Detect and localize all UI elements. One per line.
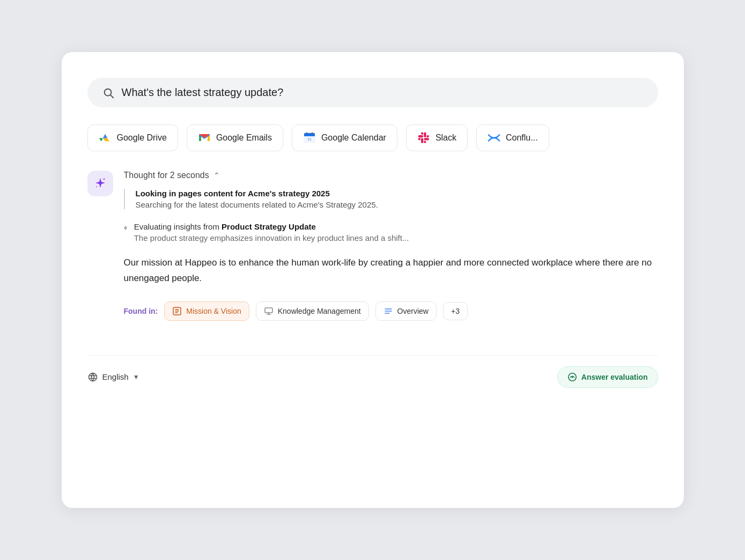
- thought-steps: Looking in pages content for Acme's stra…: [124, 189, 658, 209]
- ai-content: Thought for 2 seconds ⌃ Looking in pages…: [124, 171, 658, 338]
- language-selector[interactable]: English ▼: [87, 372, 139, 382]
- main-card: What's the latest strategy update? Googl…: [62, 52, 684, 508]
- answer-evaluation-button[interactable]: Answer evaluation: [557, 366, 658, 388]
- step2-prefix: Evaluating insights from: [134, 222, 222, 231]
- gmail-label: Google Emails: [216, 133, 272, 143]
- svg-rect-11: [304, 135, 315, 136]
- gmail-icon: [198, 131, 211, 144]
- step1-title: Looking in pages content for Acme's stra…: [136, 189, 658, 198]
- plus-count-label: +3: [451, 307, 460, 315]
- search-bar[interactable]: What's the latest strategy update?: [87, 78, 658, 107]
- thought-label: Thought for 2 seconds: [124, 171, 209, 180]
- found-chip-mission[interactable]: Mission & Vision: [164, 301, 249, 321]
- svg-rect-17: [265, 308, 272, 313]
- answer-eval-label: Answer evaluation: [581, 373, 648, 381]
- language-label: English: [102, 372, 129, 381]
- diamond-icon: ♦: [124, 223, 128, 232]
- overview-chip-label: Overview: [397, 307, 429, 315]
- sources-row: Google Drive Google Emails 31: [87, 124, 658, 151]
- confluence-icon: [488, 131, 500, 144]
- found-in-label: Found in:: [124, 307, 158, 315]
- globe-icon: [87, 372, 98, 382]
- gcal-label: Google Calendar: [321, 133, 386, 143]
- search-icon: [102, 87, 114, 99]
- step1-desc: Searching for the latest documents relat…: [136, 200, 658, 209]
- bottom-bar: English ▼ Answer evaluation: [87, 355, 658, 388]
- svg-point-18: [88, 373, 97, 381]
- lines-icon: [383, 306, 393, 316]
- found-chip-overview[interactable]: Overview: [375, 301, 437, 321]
- km-chip-label: Knowledge Management: [278, 307, 361, 315]
- slack-icon: [417, 131, 430, 144]
- gcal-icon: 31: [303, 131, 316, 144]
- source-chip-gcal[interactable]: 31 Google Calendar: [292, 124, 397, 151]
- sparkle-icon: [93, 176, 107, 190]
- chevron-up-icon: ⌃: [213, 171, 220, 180]
- monitor-icon: [264, 306, 274, 316]
- svg-rect-13: [312, 132, 313, 135]
- search-query-text: What's the latest strategy update?: [122, 86, 284, 99]
- step2-bold: Product Strategy Update: [222, 222, 316, 231]
- svg-line-1: [110, 95, 113, 98]
- svg-rect-12: [306, 132, 307, 135]
- source-chip-confluence[interactable]: Conflu...: [476, 124, 549, 151]
- answer-eval-icon: [567, 372, 577, 382]
- step2-content: Evaluating insights from Product Strateg…: [134, 222, 409, 242]
- answer-text: Our mission at Happeo is to enhance the …: [124, 255, 658, 286]
- found-chip-km[interactable]: Knowledge Management: [256, 301, 369, 321]
- gdrive-icon: [99, 131, 112, 144]
- found-chip-more[interactable]: +3: [443, 302, 468, 320]
- language-chevron-icon: ▼: [133, 373, 139, 381]
- source-chip-slack[interactable]: Slack: [406, 124, 468, 151]
- svg-point-22: [571, 377, 573, 378]
- step2-desc: The product strategy emphasizes innovati…: [134, 233, 409, 242]
- mission-chip-label: Mission & Vision: [186, 307, 241, 315]
- slack-label: Slack: [436, 133, 456, 143]
- ai-response-section: Thought for 2 seconds ⌃ Looking in pages…: [87, 171, 658, 338]
- svg-point-15: [96, 186, 97, 187]
- book-icon: [172, 306, 182, 316]
- gdrive-label: Google Drive: [117, 133, 167, 143]
- thought-header[interactable]: Thought for 2 seconds ⌃: [124, 171, 658, 180]
- ai-avatar: [87, 171, 113, 196]
- thought-step-1: Looking in pages content for Acme's stra…: [136, 189, 658, 209]
- confluence-label: Conflu...: [506, 133, 538, 143]
- source-chip-gmail[interactable]: Google Emails: [187, 124, 283, 151]
- found-in-row: Found in: Mission & Vision Knowledge: [124, 301, 658, 321]
- step2-title: Evaluating insights from Product Strateg…: [134, 222, 409, 231]
- source-chip-google-drive[interactable]: Google Drive: [87, 124, 178, 151]
- svg-rect-9: [304, 135, 315, 143]
- thought-step-2: ♦ Evaluating insights from Product Strat…: [124, 222, 658, 242]
- svg-point-14: [103, 179, 105, 180]
